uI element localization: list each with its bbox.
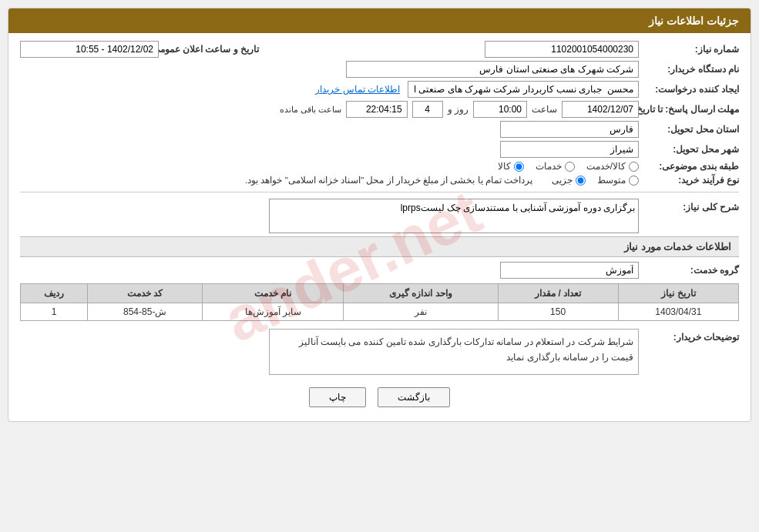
category-khadamat-radio[interactable] [565,162,575,172]
cell-qty: 150 [498,303,618,321]
process-jozee-radio[interactable] [576,176,586,186]
col-qty: تعداد / مقدار [498,284,618,303]
cell-service-code: ش-85-854 [88,303,203,321]
col-service-code: کد خدمت [88,284,203,303]
col-unit: واحد اندازه گیری [344,284,498,303]
deadline-time-label: ساعت [532,104,557,115]
announcement-date-input [20,41,159,58]
cell-date: 1403/04/31 [618,303,738,321]
province-label: استان محل تحویل: [639,124,739,135]
page-header: جزئیات اطلاعات نیاز [8,8,751,33]
col-date: تاریخ نیاز [618,284,738,303]
col-row: ردیف [21,284,88,303]
services-section-title: اطلاعات خدمات مورد نیاز [20,236,739,257]
service-group-label: گروه خدمت: [639,265,739,276]
deadline-days-input [412,101,443,118]
city-input [500,141,639,158]
category-khadamat-option[interactable]: خدمات [536,161,575,172]
process-jozee-option[interactable]: جزیی [552,175,586,186]
col-service-name: نام خدمت [203,284,344,303]
print-button[interactable]: چاپ [309,387,366,407]
service-group-input [500,262,639,279]
need-summary-label: شرح کلی نیاز: [639,199,739,212]
process-jozee-label: جزیی [552,175,573,186]
category-kala-label: کالا [498,161,511,172]
process-motavassett-label: متوسط [597,175,626,186]
deadline-time-input [473,101,527,118]
cell-unit: نفر [344,303,498,321]
category-kala-option[interactable]: کالا [498,161,524,172]
contact-link[interactable]: اطلاعات تماس خریدار [315,84,400,95]
deadline-label: مهلت ارسال پاسخ: تا تاریخ: [639,104,739,115]
creator-input [408,81,639,98]
table-row: 1403/04/31 150 نفر سایر آموزش‌ها ش-85-85… [21,303,739,321]
cell-service-name: سایر آموزش‌ها [203,303,344,321]
process-label: نوع فرآیند خرید: [639,175,739,186]
category-khadamat-label: خدمات [536,161,562,172]
category-kala-radio[interactable] [514,162,524,172]
deadline-remaining-input [346,101,408,118]
need-number-input [485,41,639,58]
buyer-desc-content: شرایط شرکت در استعلام در سامانه تدارکات … [269,329,639,375]
deadline-days-label: روز و [448,104,468,115]
process-note: پرداخت تمام یا بخشی از مبلغ خریدار از مح… [245,175,532,186]
org-name-label: نام دستگاه خریدار: [639,64,739,75]
creator-label: ایجاد کننده درخواست: [639,84,739,95]
need-number-label: شماره نیاز: [639,44,739,55]
deadline-remaining-label: ساعت باقی مانده [280,105,341,115]
category-kala-khadamat-radio[interactable] [629,162,639,172]
city-label: شهر محل تحویل: [639,144,739,155]
process-motavassett-option[interactable]: متوسط [597,175,639,186]
back-button[interactable]: بازگشت [378,387,450,407]
announcement-date-label: تاریخ و ساعت اعلان عمومی: [159,44,259,55]
process-motavassett-radio[interactable] [629,176,639,186]
buyer-desc-label: توضیحات خریدار: [639,329,739,343]
category-label: طبقه بندی موضوعی: [639,161,739,172]
deadline-date-input [562,101,639,118]
need-summary-textarea[interactable]: برگزاری دوره آموزشی آشنایی با مستندسازی … [269,199,639,233]
category-kala-khadamat-label: کالا/خدمت [586,161,626,172]
org-name-input [346,61,639,78]
category-kala-khadamat-option[interactable]: کالا/خدمت [586,161,639,172]
services-table: تاریخ نیاز تعداد / مقدار واحد اندازه گیر… [20,283,739,321]
province-input [500,121,639,138]
cell-row: 1 [21,303,88,321]
